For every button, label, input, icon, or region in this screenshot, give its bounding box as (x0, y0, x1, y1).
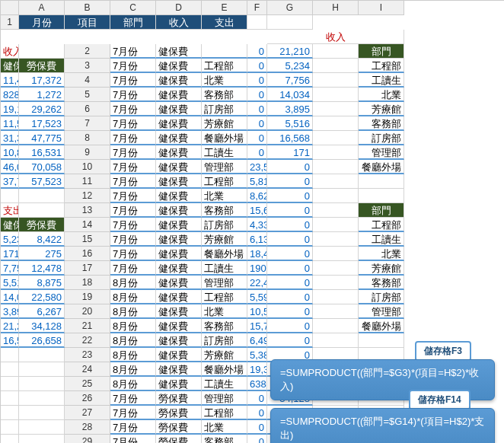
cell[interactable]: 0 (267, 290, 313, 304)
cell[interactable]: 3,895 (267, 102, 313, 116)
cell[interactable]: 7月份 (110, 73, 156, 88)
cell[interactable]: 22,580 (19, 290, 65, 304)
cell[interactable]: 5,234 (267, 59, 313, 73)
cell[interactable] (19, 362, 65, 377)
cell[interactable]: 健保費 (156, 261, 202, 276)
cell[interactable] (313, 59, 359, 73)
row-header[interactable]: 19 (65, 290, 110, 304)
cell[interactable]: 171 (1, 247, 19, 261)
cell[interactable]: 健保費 (156, 276, 202, 290)
cell[interactable] (313, 189, 359, 203)
cell[interactable]: 0 (267, 319, 313, 333)
cell[interactable] (19, 420, 65, 435)
cell[interactable]: 8月份 (110, 290, 156, 304)
cell[interactable]: 0 (267, 247, 313, 261)
cell[interactable]: 0 (247, 102, 267, 116)
row-header[interactable]: 27 (65, 406, 110, 420)
cell[interactable]: 6,267 (19, 304, 65, 319)
cell[interactable]: 健保費 (156, 203, 202, 218)
row-header[interactable]: 17 (65, 261, 110, 276)
cell[interactable]: 餐廳外場 (359, 319, 404, 333)
cell[interactable]: 0 (247, 420, 267, 435)
cell[interactable]: 57,523 (19, 174, 65, 189)
cell[interactable]: 工讀生 (202, 261, 247, 276)
cell[interactable]: 0 (267, 276, 313, 290)
cell[interactable] (313, 160, 359, 174)
cell[interactable]: 16,531 (19, 145, 65, 160)
cell[interactable]: 北業 (202, 73, 247, 88)
cell[interactable]: 部門 (110, 15, 156, 30)
row-header[interactable]: 23 (65, 348, 110, 362)
cell[interactable]: 勞保費 (19, 218, 65, 232)
cell[interactable] (1, 348, 19, 362)
cell[interactable]: 22,447 (247, 276, 267, 290)
cell[interactable]: 管理部 (359, 145, 404, 160)
cell[interactable]: 21,210 (267, 44, 313, 59)
cell[interactable]: 北業 (359, 247, 404, 261)
cell[interactable]: 7月份 (110, 116, 156, 131)
cell[interactable]: 0 (247, 59, 267, 73)
cell[interactable]: 健保費 (156, 44, 202, 59)
cell[interactable]: 芳療館 (359, 261, 404, 276)
cell[interactable]: 4,330 (247, 218, 267, 232)
cell[interactable]: 46,026 (1, 160, 19, 174)
row-header[interactable]: 2 (65, 44, 110, 59)
cell[interactable]: 客務部 (202, 203, 247, 218)
cell[interactable]: 健保費 (156, 160, 202, 174)
cell[interactable]: 健保費 (156, 59, 202, 73)
cell[interactable]: 16,568 (1, 333, 19, 348)
cell[interactable]: 190 (247, 261, 267, 276)
cell[interactable] (313, 232, 359, 247)
cell[interactable]: 健保費 (156, 131, 202, 145)
cell[interactable]: 7,756 (267, 73, 313, 88)
cell[interactable]: 16,568 (267, 131, 313, 145)
cell[interactable]: 餐廳外場 (202, 131, 247, 145)
cell[interactable]: 餐廳外場 (359, 160, 404, 174)
col-header[interactable]: C (110, 1, 156, 15)
col-header[interactable]: D (156, 1, 202, 15)
cell[interactable] (313, 102, 359, 116)
cell[interactable]: 0 (267, 218, 313, 232)
row-header[interactable]: 14 (65, 218, 110, 232)
cell[interactable]: 47,775 (19, 131, 65, 145)
cell[interactable]: 275 (19, 247, 65, 261)
cell[interactable]: 7月份 (110, 218, 156, 232)
cell[interactable]: 828 (1, 88, 19, 102)
row-header[interactable]: 24 (65, 362, 110, 377)
cell[interactable]: 6,492 (247, 333, 267, 348)
cell[interactable]: 勞保費 (19, 59, 65, 73)
cell[interactable]: 5,819 (247, 174, 267, 189)
row-header[interactable]: 16 (65, 247, 110, 261)
cell[interactable]: 8,875 (19, 276, 65, 290)
cell[interactable]: 工程部 (359, 59, 404, 73)
cell[interactable] (19, 189, 65, 203)
cell[interactable]: 19,344 (247, 362, 267, 377)
cell[interactable] (313, 333, 359, 348)
cell[interactable]: 健保費 (156, 290, 202, 304)
cell[interactable]: 0 (247, 116, 267, 131)
cell[interactable]: 收入 (1, 44, 19, 59)
col-header[interactable]: H (313, 1, 359, 15)
cell[interactable]: 37,762 (1, 174, 19, 189)
cell[interactable]: 8月份 (110, 319, 156, 333)
cell[interactable]: 管理部 (359, 304, 404, 319)
cell[interactable] (313, 290, 359, 304)
row-header[interactable]: 11 (65, 174, 110, 189)
cell[interactable]: 8,422 (19, 232, 65, 247)
row-header[interactable]: 20 (65, 304, 110, 319)
cell[interactable]: 17,523 (19, 116, 65, 131)
cell[interactable]: 北業 (359, 88, 404, 102)
row-header[interactable]: 13 (65, 203, 110, 218)
cell[interactable]: 訂房部 (359, 131, 404, 145)
cell[interactable]: 0 (247, 406, 267, 420)
cell[interactable]: 0 (267, 232, 313, 247)
row-header[interactable]: 10 (65, 160, 110, 174)
col-header[interactable]: B (65, 1, 110, 15)
cell[interactable] (1, 406, 19, 420)
cell[interactable]: 8月份 (110, 304, 156, 319)
cell[interactable]: 健保費 (156, 319, 202, 333)
cell[interactable]: 0 (247, 73, 267, 88)
cell[interactable]: 29,262 (19, 102, 65, 116)
cell[interactable]: 健保費 (156, 73, 202, 88)
cell[interactable]: 70,058 (19, 160, 65, 174)
